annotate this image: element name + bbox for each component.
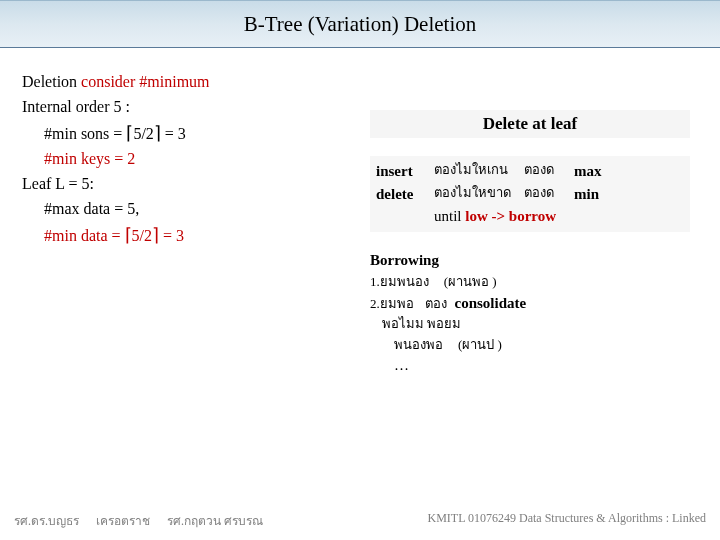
txt-b2b: ตอง	[425, 296, 447, 311]
ceil-left-icon: ⌈	[126, 123, 133, 143]
lbl-max: max	[574, 160, 602, 183]
lbl-min: min	[574, 183, 599, 206]
footer-left: รศ.ดร.บญธร เครอตราช รศ.กฤตวน ศรบรณ	[14, 511, 277, 530]
txt-eq3b: = 3	[159, 227, 184, 244]
content-area: Deletion consider #minimum Internal orde…	[0, 48, 720, 250]
ceil-right-icon: ⌉	[152, 225, 159, 245]
delete-header: Delete at leaf	[370, 110, 690, 138]
right-column: Delete at leaf insert ตองไมใหเกน ตองด ma…	[370, 110, 690, 377]
lbl-insert: insert	[376, 160, 434, 183]
borrowing-title: Borrowing	[370, 250, 690, 272]
ceil-left-icon: ⌈	[125, 225, 132, 245]
footer-name-1: รศ.ดร.บญธร	[14, 514, 79, 528]
txt-b2a: 2.ยมพอ	[370, 296, 414, 311]
title-bar: B-Tree (Variation) Deletion	[0, 0, 720, 48]
txt-b1b: (ผานพอ )	[444, 274, 497, 289]
borrow-step2: 2.ยมพอ ตอง consolidate	[370, 293, 690, 315]
txt-b1a: 1.ยมพนอง	[370, 274, 429, 289]
txt-five-half: 5/2	[133, 125, 153, 142]
line-deletion: Deletion consider #minimum	[22, 70, 362, 95]
borrow-ellipsis: …	[394, 355, 690, 377]
txt-at-leaf: at leaf	[532, 114, 577, 133]
txt-must1: ตองด	[524, 160, 574, 183]
txt-b4a: พนองพอ	[394, 337, 443, 352]
borrow-step3: พอไมม พอยม	[382, 315, 690, 334]
rule-insert: insert ตองไมใหเกน ตองด max	[376, 160, 684, 183]
footer-right: KMITL 01076249 Data Structures & Algorit…	[427, 511, 706, 530]
borrow-step1: 1.ยมพนอง (ผานพอ )	[370, 271, 690, 293]
rule-delete: delete ตองไมใหขาด ตองด min	[376, 183, 684, 206]
ceil-right-icon: ⌉	[154, 123, 161, 143]
line-leaf-l: Leaf L = 5:	[22, 172, 362, 197]
txt-not-lack: ตองไมใหขาด	[434, 183, 524, 206]
line-min-keys: #min keys = 2	[44, 147, 362, 172]
txt-deletion: Deletion	[22, 73, 81, 90]
borrow-step4: พนองพอ (ผานป )	[394, 334, 690, 356]
line-min-sons: #min sons = ⌈5/2⌉ = 3	[44, 120, 362, 148]
txt-consider-min: consider #minimum	[81, 73, 209, 90]
line-max-data: #max data = 5,	[44, 197, 362, 222]
txt-consolidate: consolidate	[455, 295, 527, 311]
left-column: Deletion consider #minimum Internal orde…	[22, 70, 362, 250]
rules-block: insert ตองไมใหเกน ตองด max delete ตองไมใ…	[370, 156, 690, 232]
txt-not-exceed: ตองไมใหเกน	[434, 160, 524, 183]
line-internal-order: Internal order 5 :	[22, 95, 362, 120]
lbl-delete: delete	[376, 183, 434, 206]
footer: รศ.ดร.บญธร เครอตราช รศ.กฤตวน ศรบรณ KMITL…	[0, 511, 720, 530]
footer-name-2: เครอตราช	[96, 514, 150, 528]
txt-min-sons: #min sons =	[44, 125, 126, 142]
txt-b4b: (ผานป )	[458, 337, 502, 352]
slide-title: B-Tree (Variation) Deletion	[244, 12, 477, 37]
txt-min-data: #min data =	[44, 227, 125, 244]
rule-until: until low -> borrow	[434, 205, 684, 228]
txt-low-borrow: low -> borrow	[465, 208, 556, 224]
footer-name-3: รศ.กฤตวน ศรบรณ	[167, 514, 263, 528]
txt-until: until	[434, 208, 465, 224]
line-min-data: #min data = ⌈5/2⌉ = 3	[44, 222, 362, 250]
borrowing-block: Borrowing 1.ยมพนอง (ผานพอ ) 2.ยมพอ ตอง c…	[370, 250, 690, 378]
txt-five-half-2: 5/2	[132, 227, 152, 244]
txt-eq3: = 3	[161, 125, 186, 142]
txt-must2: ตองด	[524, 183, 574, 206]
txt-delete: Delete	[483, 114, 528, 133]
